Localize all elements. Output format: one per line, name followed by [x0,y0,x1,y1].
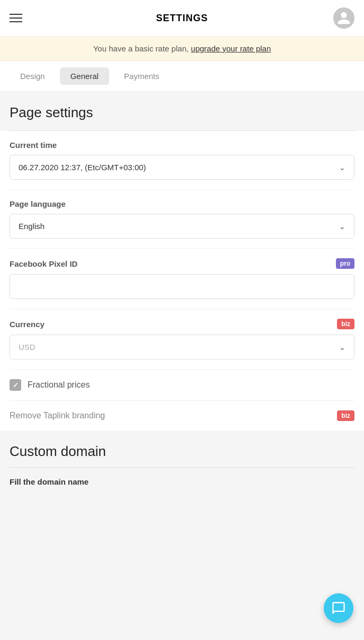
page-language-value: English [19,222,45,231]
upgrade-link[interactable]: upgrade your rate plan [191,44,271,53]
page-title: SETTINGS [156,13,208,24]
currency-label: Currency [10,320,45,329]
custom-domain-divider [10,467,354,468]
custom-domain-title: Custom domain [10,443,354,467]
page-language-label: Page language [10,199,66,208]
banner-text: You have a basic rate plan, [93,44,191,53]
checkmark-icon: ✓ [13,381,19,389]
chat-button[interactable] [324,593,353,623]
current-time-select[interactable]: 06.27.2020 12:37, (Etc/GMT+03:00) ⌄ [10,155,354,180]
custom-domain-section: Custom domain Fill the domain name [10,431,354,486]
biz-badge: biz [337,319,354,329]
avatar[interactable] [333,7,354,29]
currency-select[interactable]: USD ⌄ [10,335,354,360]
facebook-pixel-label: Facebook Pixel ID [10,259,77,268]
upgrade-banner: You have a basic rate plan, upgrade your… [0,37,364,61]
facebook-pixel-input[interactable] [10,274,354,299]
header: SETTINGS [0,0,364,37]
currency-field: Currency biz USD ⌄ [10,309,354,370]
tab-payments[interactable]: Payments [113,67,170,85]
facebook-pixel-field: Facebook Pixel ID pro [10,249,354,309]
current-time-value: 06.27.2020 12:37, (Etc/GMT+03:00) [19,163,146,172]
main-content: Page settings Current time 06.27.2020 12… [0,92,364,507]
current-time-field: Current time 06.27.2020 12:37, (Etc/GMT+… [10,131,354,190]
hamburger-menu-icon[interactable] [10,14,22,22]
chevron-down-icon: ⌄ [339,343,345,352]
fractional-prices-label: Fractional prices [28,380,90,390]
remove-branding-row: Remove Taplink branding biz [10,401,354,431]
fractional-prices-row: ✓ Fractional prices [10,370,354,401]
biz-badge-branding: biz [337,410,354,421]
pro-badge: pro [336,258,354,269]
current-time-label: Current time [10,141,57,150]
fill-domain-label: Fill the domain name [10,477,354,486]
remove-branding-label: Remove Taplink branding [10,411,105,420]
chevron-down-icon: ⌄ [339,222,345,231]
tabs-bar: Design General Payments [0,61,364,92]
page-language-select[interactable]: English ⌄ [10,214,354,239]
page-language-field: Page language English ⌄ [10,190,354,249]
page-settings-title: Page settings [10,92,354,130]
currency-value: USD [19,343,35,352]
tab-general[interactable]: General [60,67,109,85]
settings-fields: Current time 06.27.2020 12:37, (Etc/GMT+… [0,131,364,431]
tab-design[interactable]: Design [10,67,56,85]
chevron-down-icon: ⌄ [339,163,345,172]
fractional-prices-checkbox[interactable]: ✓ [10,379,21,391]
